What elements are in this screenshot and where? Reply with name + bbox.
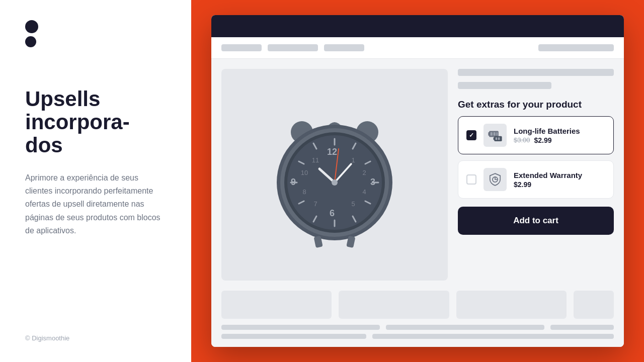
title-skel-2 [458,82,551,89]
main-description: Aprimore a experiência de seus clientes … [25,171,166,334]
bottom-grid [221,291,614,319]
clock-illustration: 12 3 6 9 1 2 4 5 7 8 10 11 [254,95,415,255]
svg-rect-41 [494,132,496,136]
svg-rect-44 [494,137,495,140]
batteries-icon-container [484,124,507,147]
svg-rect-42 [497,132,498,136]
logo-dot-top [25,20,38,33]
svg-text:10: 10 [301,169,308,176]
logo-dot-bottom [25,36,36,47]
bottom-skel-3 [550,325,614,330]
main-heading: Upsells incorpora-dos [25,87,166,157]
right-panel: 12 3 6 9 1 2 4 5 7 8 10 11 [191,0,644,362]
nav-skel-4 [538,44,614,51]
nav-skeleton [211,37,624,59]
upsell-card-warranty[interactable]: Extended Warranty $2.99 [458,160,614,199]
product-image: 12 3 6 9 1 2 4 5 7 8 10 11 [221,69,448,281]
product-details-panel: Get extras for your product [458,69,614,281]
svg-rect-45 [496,137,497,140]
checkbox-batteries[interactable] [466,130,476,140]
batteries-name: Long-life Batteries [514,127,605,135]
svg-text:12: 12 [327,147,337,157]
warranty-price-current: $2.99 [514,180,531,189]
shield-icon [487,171,504,188]
batteries-price-current: $2.99 [534,136,552,144]
warranty-icon-container [484,168,507,191]
browser-bar [211,15,624,37]
bottom-skel-2 [386,325,544,330]
svg-text:6: 6 [330,208,335,218]
warranty-price-row: $2.99 [514,180,605,189]
batteries-info: Long-life Batteries $3.00 $2.99 [514,127,605,144]
bottom-card-1 [221,291,332,319]
bottom-skel-5 [372,334,614,339]
checkbox-warranty[interactable] [466,174,476,185]
nav-skel-2 [268,44,318,51]
get-extras-title: Get extras for your product [458,99,614,110]
copyright: © Digismoothie [25,334,166,342]
svg-rect-40 [491,132,493,136]
svg-point-35 [332,179,338,186]
product-area: 12 3 6 9 1 2 4 5 7 8 10 11 [211,59,624,291]
svg-rect-43 [494,136,502,141]
bottom-skel-4 [221,334,366,339]
bottom-skel-1 [221,325,380,330]
bottom-skel-row-2 [221,334,614,339]
add-to-cart-button[interactable]: Add to cart [458,207,614,235]
svg-text:9: 9 [291,177,296,187]
svg-rect-46 [498,137,500,140]
svg-rect-39 [488,132,490,136]
svg-text:7: 7 [313,200,317,208]
svg-text:11: 11 [312,156,319,164]
bottom-card-3 [456,291,567,319]
title-skel-1 [458,69,614,76]
svg-text:1: 1 [351,156,355,164]
batteries-price-row: $3.00 $2.99 [514,136,605,144]
batteries-icon [487,127,504,144]
logo [25,20,166,47]
nav-skel-3 [324,44,364,51]
left-panel: Upsells incorpora-dos Aprimore a experiê… [0,0,191,362]
bottom-skeletons [211,291,624,347]
batteries-price-original: $3.00 [514,136,530,144]
browser-content: 12 3 6 9 1 2 4 5 7 8 10 11 [211,37,624,347]
bottom-skel-row-1 [221,325,614,330]
svg-text:8: 8 [302,188,306,196]
svg-text:4: 4 [362,188,366,196]
upsell-card-batteries[interactable]: Long-life Batteries $3.00 $2.99 [458,116,614,154]
svg-text:5: 5 [351,200,355,208]
warranty-name: Extended Warranty [514,171,605,179]
nav-skel-1 [221,44,262,51]
svg-text:3: 3 [370,177,375,187]
bottom-card-2 [339,291,449,319]
browser-mockup: 12 3 6 9 1 2 4 5 7 8 10 11 [211,15,624,347]
bottom-card-4 [574,291,614,319]
warranty-info: Extended Warranty $2.99 [514,171,605,189]
svg-text:2: 2 [362,169,366,176]
